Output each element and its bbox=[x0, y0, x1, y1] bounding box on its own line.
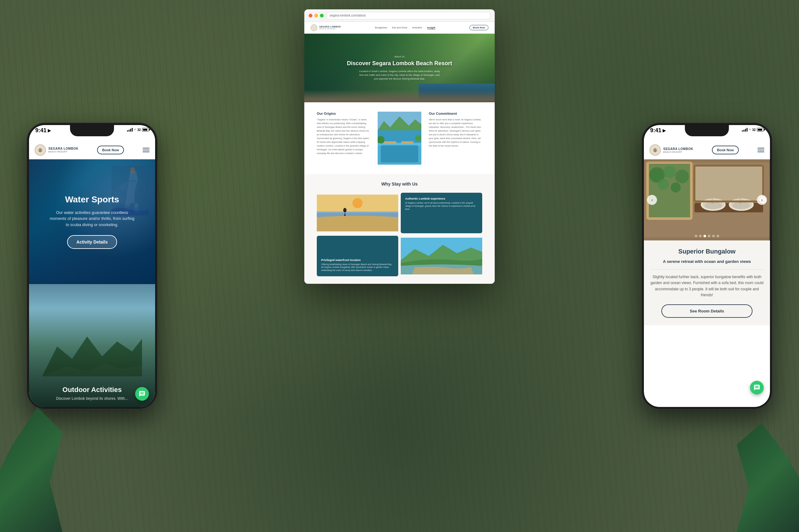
why-card-waterfront-content: Privileged waterfront location Offering … bbox=[317, 236, 398, 276]
left-battery-icon bbox=[142, 128, 149, 132]
site-brand-text-block: SEGARA LOMBOK BEACH RESORT bbox=[319, 25, 341, 30]
svg-point-41 bbox=[658, 179, 669, 190]
pool-svg bbox=[378, 112, 421, 165]
left-chat-icon bbox=[139, 391, 145, 397]
beach-svg bbox=[317, 193, 398, 233]
right-navbar: SEGARA LOMBOK BEACH RESORT Book Now bbox=[644, 141, 770, 159]
svg-rect-8 bbox=[381, 145, 418, 163]
left-book-now-button[interactable]: Book Now bbox=[97, 146, 124, 154]
water-sports-title: Water Sports bbox=[65, 195, 119, 205]
left-battery-badge: 32 bbox=[137, 128, 141, 132]
authentic-title: Authentic Lombok experience bbox=[405, 197, 478, 200]
foreground-vegetation-left bbox=[0, 407, 62, 532]
svg-rect-36 bbox=[644, 159, 769, 163]
why-card-aerial bbox=[401, 236, 482, 276]
site-brand: SEGARA LOMBOK BEACH RESORT bbox=[311, 24, 341, 31]
origins-text: "Segara" in Indonesian means "Ocean," a … bbox=[317, 118, 370, 155]
nav-bungalows[interactable]: Bungalows bbox=[375, 26, 387, 29]
left-chat-bubble[interactable] bbox=[135, 387, 149, 401]
right-status-icons: ⌔ 32 bbox=[742, 128, 764, 132]
why-card-authentic: Authentic Lombok experience At Segara Lo… bbox=[401, 193, 482, 233]
room-title: Superior Bungalow bbox=[650, 248, 764, 255]
right-brand-text: SEGARA LOMBOK BEACH RESORT bbox=[663, 147, 693, 153]
see-room-details-button[interactable]: See Room Details bbox=[661, 304, 752, 318]
right-chat-bubble[interactable] bbox=[750, 381, 764, 395]
outdoor-title: Outdoor Activities bbox=[62, 386, 122, 394]
right-location-icon: ▶ bbox=[662, 128, 666, 133]
svg-point-10 bbox=[415, 135, 421, 141]
svg-rect-34 bbox=[694, 166, 763, 202]
left-time: 9:41 bbox=[35, 128, 47, 133]
foreground-vegetation-right bbox=[737, 423, 799, 532]
left-brand-text: SEGARA LOMBOK BEACH RESORT bbox=[48, 147, 78, 153]
origins-title: Our Origins bbox=[317, 112, 370, 115]
surfer-silhouette bbox=[111, 166, 149, 215]
browser-url-bar[interactable]: segara-lombok.com/about bbox=[327, 12, 490, 19]
about-origins-col: Our Origins "Segara" in Indonesian means… bbox=[317, 112, 370, 155]
water-sports-description: Our water activities guarantee countless… bbox=[48, 210, 136, 228]
activity-details-button[interactable]: Activity Details bbox=[67, 235, 117, 249]
outdoor-description: Discover Lombok beyond its shores. With.… bbox=[56, 396, 128, 401]
left-status-bar: 9:41 ▶ ⌔ 32 bbox=[29, 125, 155, 141]
carousel-dot-6[interactable] bbox=[716, 235, 719, 237]
browser-minimize-btn[interactable] bbox=[314, 14, 318, 17]
room-description: Slightly located further back, superior … bbox=[650, 274, 764, 298]
svg-point-2 bbox=[130, 167, 135, 173]
outdoor-activities-section: Outdoor Activities Discover Lombok beyon… bbox=[29, 284, 155, 407]
left-menu-icon[interactable] bbox=[143, 148, 149, 152]
right-brand-circle bbox=[650, 145, 661, 156]
browser-chrome: segara-lombok.com/about bbox=[304, 10, 495, 22]
about-pool-image bbox=[378, 112, 421, 165]
room-divider bbox=[650, 269, 764, 270]
nav-insight[interactable]: Insight bbox=[427, 26, 435, 29]
why-card-aerial-bg bbox=[401, 236, 482, 276]
site-navbar: SEGARA LOMBOK BEACH RESORT Bungalows Eat… bbox=[304, 22, 495, 34]
carousel-dot-1[interactable] bbox=[695, 235, 697, 237]
waterfront-text: Offering breathtaking views of Serangan … bbox=[321, 263, 394, 272]
left-status-icons: ⌔ 32 bbox=[127, 128, 149, 132]
right-book-now-button[interactable]: Book Now bbox=[712, 146, 739, 154]
hero-about-label: About Us bbox=[395, 55, 405, 58]
browser-maximize-btn[interactable] bbox=[320, 14, 324, 17]
left-brand-logo: SEGARA LOMBOK BEACH RESORT bbox=[35, 145, 78, 156]
svg-rect-6 bbox=[384, 141, 396, 144]
center-desktop-browser: segara-lombok.com/about SEGARA LOMBOK BE… bbox=[304, 10, 495, 284]
left-signal-icon bbox=[127, 128, 133, 132]
carousel-dot-4[interactable] bbox=[708, 235, 710, 237]
hero-text-overlay: About Us Discover Segara Lombok Beach Re… bbox=[304, 34, 495, 102]
browser-close-btn[interactable] bbox=[309, 14, 312, 17]
site-brand-circle bbox=[311, 24, 317, 31]
svg-point-40 bbox=[675, 170, 689, 183]
why-stay-title: Why Stay with Us bbox=[317, 182, 482, 187]
waterfront-title: Privileged waterfront location bbox=[321, 259, 394, 262]
carousel-next-button[interactable]: › bbox=[757, 195, 767, 205]
commitment-text: We're much more than a hotel. At Segara … bbox=[429, 118, 482, 148]
carousel-prev-button[interactable]: ‹ bbox=[647, 195, 657, 205]
nav-eat-drink[interactable]: Eat and Drink bbox=[392, 26, 407, 29]
svg-point-15 bbox=[352, 198, 362, 208]
svg-rect-37 bbox=[644, 237, 769, 241]
right-time: 9:41 bbox=[650, 128, 661, 133]
left-navbar: SEGARA LOMBOK BEACH RESORT Book Now bbox=[29, 141, 155, 159]
svg-point-39 bbox=[663, 166, 676, 178]
room-info-section: Superior Bungalow A serene retreat with … bbox=[644, 241, 770, 325]
carousel-dot-5[interactable] bbox=[712, 235, 715, 237]
svg-point-18 bbox=[343, 208, 347, 212]
hero-title: Discover Segara Lombok Beach Resort bbox=[347, 60, 452, 67]
why-card-beach bbox=[317, 193, 398, 233]
right-status-bar: 9:41 ▶ ⌔ 32 bbox=[644, 125, 770, 141]
carousel-dot-3[interactable] bbox=[704, 235, 706, 237]
authentic-text: At Segara Lombok, we're all about authen… bbox=[405, 202, 478, 210]
carousel-dots bbox=[644, 235, 770, 237]
left-phone: 9:41 ▶ ⌔ 32 bbox=[26, 122, 158, 410]
about-commitment-col: Our Commitment We're much more than a ho… bbox=[429, 112, 482, 148]
right-phone: 9:41 ▶ ⌔ 32 bbox=[641, 122, 773, 410]
svg-point-28 bbox=[705, 202, 722, 209]
why-stay-section: Why Stay with Us bbox=[304, 174, 495, 284]
nav-activities[interactable]: Activities bbox=[412, 26, 422, 29]
site-book-now-button[interactable]: Book Now bbox=[469, 25, 488, 30]
right-menu-icon[interactable] bbox=[758, 148, 764, 152]
carousel-dot-2[interactable] bbox=[699, 235, 702, 237]
left-brand-circle bbox=[35, 145, 46, 156]
room-interior-svg bbox=[644, 159, 770, 241]
